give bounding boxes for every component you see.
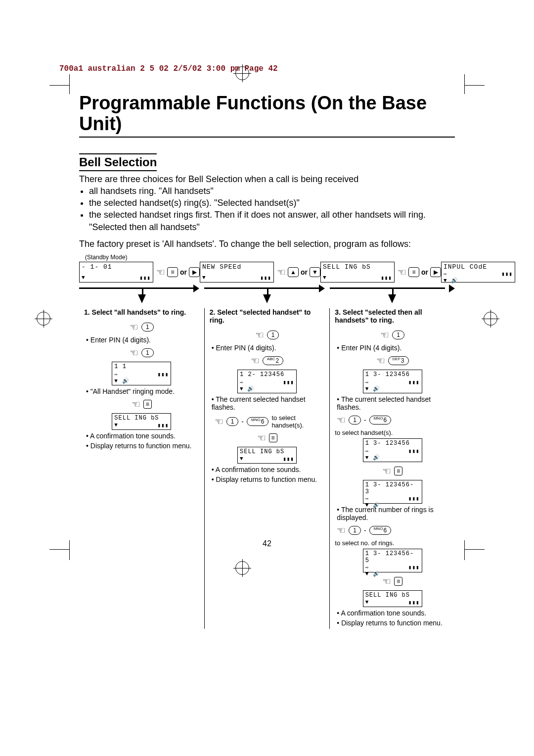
lcd-text: 1 3- 123456- 5 [365,550,420,564]
key-3[interactable]: DEF3 [388,356,409,365]
note-text: "All Handset" ringing mode. [86,387,199,395]
menu-button[interactable]: ≡ [269,433,277,442]
hand-icon: ☞ [382,575,391,587]
note-text: Enter PIN (4 digits). [212,344,325,352]
hand-icon: ☞ [337,414,346,426]
crop-mark [465,549,485,550]
menu-button[interactable]: ≡ [408,267,419,277]
note-text: Enter PIN (4 digits). [337,344,450,352]
lcd-screen: - 1- 01 ▼▮▮▮ [79,262,153,283]
standby-label: (Standby Mode) [85,254,455,261]
key-sup: MNO [374,415,383,423]
hand-icon: ☞ [382,465,391,477]
lcd-screen: 1 3- 123456- 5 ⇨▼ 🔊▮▮▮ [363,549,422,572]
note-text: A confirmation tone sounds. [86,432,199,440]
lcd-screen: NEW SPEEd ▼▮▮▮ [200,262,274,283]
lcd-screen: 1 1 ⇨▼ 🔊▮▮▮ [112,362,171,385]
registration-mark [233,559,251,577]
lcd-text: - 1- 01 [82,263,151,271]
lcd-text: 1 3- 123456- 3 [365,481,420,495]
or-label: or [301,268,308,276]
crop-mark [69,74,70,94]
registration-mark [35,310,52,328]
menu-button[interactable]: ≡ [394,577,402,586]
note-text: A confirmation tone sounds. [212,466,325,473]
nav-or: ☞ ▲ or ▼ [277,266,320,278]
crop-mark [465,85,485,86]
key-sup: ABC [267,355,275,363]
source-file-header: 700a1 australian 2 5 02 2/5/02 3:00 pm P… [59,64,475,73]
dash: - [364,526,366,534]
lcd-screen: INPUL COdE ⇨▼ 🔊▮▮▮ [441,262,515,283]
hand-icon: ☞ [380,329,389,341]
note-text: The current selected handset flashes. [212,395,325,411]
step-heading: 3. Select "selected then all handsets" t… [335,308,450,324]
note-text: A confirmation tone sounds. [337,609,450,617]
page-title: Programmable Functions (On the Base Unit… [79,93,455,138]
step-heading: 1. Select "all handsets" to ring. [84,308,199,316]
hand-icon: ☞ [156,266,165,278]
lcd-nav-row: - 1- 01 ▼▮▮▮ ☞ ≡ or ▶ NEW SPEEd ▼▮▮▮ ☞ [79,262,455,283]
note-text: Display returns to function menu. [337,619,450,627]
right-button[interactable]: ▶ [430,267,441,277]
lcd-text: SELL ING bS [323,263,392,271]
menu-button[interactable]: ≡ [394,467,402,475]
hand-icon: ☞ [398,266,406,278]
key-1[interactable]: 1 [349,416,361,425]
or-label: or [421,268,428,276]
lcd-text: 1 1 [114,363,169,370]
hand-icon: ☞ [130,321,138,333]
key-num: 2 [275,357,279,365]
note-text: Enter PIN (4 digits). [86,336,199,344]
flow-arrow [79,284,455,291]
crop-mark [49,85,69,86]
page-number: 42 [0,539,534,548]
menu-button[interactable]: ≡ [143,400,152,409]
hand-icon: ☞ [132,398,140,410]
key-1[interactable]: 1 [141,348,154,357]
hand-icon: ☞ [130,347,138,359]
bullet-item: the selected handset(s) ring(s). "Select… [89,197,455,209]
lcd-screen: SELL ING bS ▼▮▮▮ [112,413,171,430]
column-3: 3. Select "selected then all handsets" t… [330,308,455,629]
menu-button[interactable]: ≡ [167,267,178,277]
down-arrow-icon [263,294,271,303]
preset-text: The factory preset is 'All handsets'. To… [79,238,455,250]
columns: 1. Select "all handsets" to ring. ☞ 1 En… [79,308,455,629]
key-6[interactable]: MNO6 [247,417,268,426]
column-1: 1. Select "all handsets" to ring. ☞ 1 En… [79,308,204,629]
lcd-screen: 1 3- 123456 ⇨▼ 🔊▮▮▮ [363,438,422,462]
key-1[interactable]: 1 [226,417,239,426]
crop-mark [49,549,69,550]
key-num: 3 [401,357,404,365]
range-text: to select handset(s). [335,429,450,436]
key-1[interactable]: 1 [349,526,361,535]
key-6[interactable]: MNO6 [369,526,391,535]
lcd-text: SELL ING bS [365,592,420,599]
hand-icon: ☞ [337,524,346,536]
right-button[interactable]: ▶ [189,267,200,277]
key-1[interactable]: 1 [141,323,154,331]
key-6[interactable]: MNO6 [369,416,391,425]
section-heading: Bell Selection [79,153,157,171]
hand-icon: ☞ [255,329,264,341]
key-sup: DEF [393,355,400,363]
key-sup: MNO [251,416,261,424]
bullet-item: the selected handset rings first. Then i… [89,209,455,233]
lcd-text: 1 3- 123456 [365,371,420,378]
key-1[interactable]: 1 [392,331,404,339]
up-button[interactable]: ▲ [288,267,299,277]
lcd-screen: SELL ING bS ▼▮▮▮ [237,447,297,464]
step-heading: 2. Select "selected handset" to ring. [210,308,325,324]
key-2[interactable]: ABC2 [263,356,283,365]
intro-block: There are three choices for Bell Selecti… [79,173,455,250]
or-label: or [180,268,187,276]
note-text: The current number of rings is displayed… [337,506,450,521]
note-text: Display returns to function menu. [212,475,325,483]
hand-icon: ☞ [376,355,385,367]
nav-or: ☞ ≡ or ▶ [156,266,200,278]
registration-mark [482,310,499,328]
down-button[interactable]: ▼ [310,267,320,277]
key-1[interactable]: 1 [267,331,279,339]
hand-icon: ☞ [251,355,260,367]
